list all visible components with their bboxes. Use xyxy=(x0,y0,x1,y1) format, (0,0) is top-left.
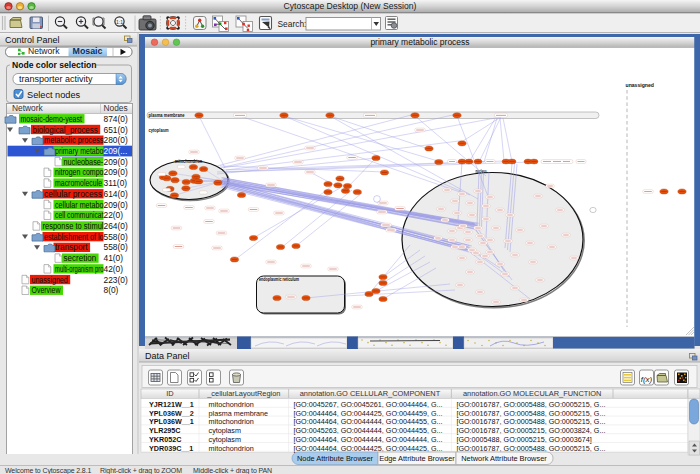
svg-text:_cellularLayoutRegion: _cellularLayoutRegion xyxy=(206,389,280,398)
svg-text:311(0): 311(0) xyxy=(104,178,128,188)
svg-text:209(0): 209(0) xyxy=(104,167,128,177)
svg-text:cytoplasm: cytoplasm xyxy=(149,127,169,133)
svg-text:Node color selection: Node color selection xyxy=(12,60,97,70)
svg-text:209(...: 209(... xyxy=(104,146,128,156)
svg-text:42(0): 42(0) xyxy=(104,264,124,274)
svg-text:41(0): 41(0) xyxy=(104,253,124,263)
svg-text:transport: transport xyxy=(55,242,88,252)
svg-text:biological_process: biological_process xyxy=(33,125,98,135)
svg-text:primary metabo: primary metabo xyxy=(55,146,104,156)
svg-text:874(0): 874(0) xyxy=(104,114,128,124)
svg-text:Network: Network xyxy=(12,103,44,113)
svg-text:Mosaic: Mosaic xyxy=(73,46,103,56)
svg-text:transporter activity: transporter activity xyxy=(19,74,93,84)
svg-text:Edge Attribute Browser: Edge Attribute Browser xyxy=(379,454,455,463)
svg-text:nucleus: nucleus xyxy=(476,168,487,174)
svg-text:secretion: secretion xyxy=(64,253,97,263)
svg-text:651(0): 651(0) xyxy=(104,125,128,135)
svg-text:558(0): 558(0) xyxy=(104,232,128,242)
svg-text:mosaic-demo-yeast: mosaic-demo-yeast xyxy=(21,114,83,124)
svg-text:Network: Network xyxy=(28,46,60,56)
svg-text:614(0): 614(0) xyxy=(104,189,128,199)
svg-text:Control Panel: Control Panel xyxy=(5,35,60,45)
svg-text:cellular metabo: cellular metabo xyxy=(55,200,104,210)
svg-text:8(0): 8(0) xyxy=(104,285,119,295)
svg-text:macromolecule: macromolecule xyxy=(55,178,102,188)
svg-text:multi-organism pro: multi-organism pro xyxy=(55,264,104,274)
svg-text:unassigned: unassigned xyxy=(626,82,655,88)
svg-text:Search:: Search: xyxy=(278,19,307,29)
svg-text:mitochondrion: mitochondrion xyxy=(175,158,203,164)
svg-text:f(x): f(x) xyxy=(641,375,653,384)
svg-text:264(0): 264(0) xyxy=(104,221,128,231)
svg-text:unassigned: unassigned xyxy=(32,275,68,285)
svg-text:annotation.GO CELLULAR_COMPONE: annotation.GO CELLULAR_COMPONENT xyxy=(300,389,441,398)
svg-text:223(0): 223(0) xyxy=(104,275,128,285)
svg-text:cellular process: cellular process xyxy=(44,189,102,199)
svg-text:Nodes: Nodes xyxy=(104,103,128,113)
svg-text:1:1: 1:1 xyxy=(116,19,123,25)
svg-text:558(0): 558(0) xyxy=(104,242,128,252)
svg-text:22(0): 22(0) xyxy=(104,210,124,220)
svg-text:establishment of lo: establishment of lo xyxy=(44,232,104,242)
svg-text:Node Attribute Browser: Node Attribute Browser xyxy=(297,454,374,463)
svg-text:ID: ID xyxy=(166,389,173,398)
svg-text:plasma membrane: plasma membrane xyxy=(149,112,185,118)
svg-text:Data Panel: Data Panel xyxy=(145,351,190,361)
svg-text:cell communicat: cell communicat xyxy=(55,210,104,220)
svg-text:nitrogen compo: nitrogen compo xyxy=(55,167,104,177)
svg-text:nucleobase-: nucleobase- xyxy=(64,157,104,167)
svg-text:response to stimul: response to stimul xyxy=(43,221,104,231)
svg-text:primary metabolic process: primary metabolic process xyxy=(370,37,469,47)
svg-text:Network Attribute Browser: Network Attribute Browser xyxy=(461,454,547,463)
svg-text:endoplasmic reticulum: endoplasmic reticulum xyxy=(259,276,299,282)
svg-text:Select nodes: Select nodes xyxy=(27,90,81,100)
svg-text:Overview: Overview xyxy=(32,285,62,295)
svg-text:209(0): 209(0) xyxy=(104,157,128,167)
svg-text:280(0): 280(0) xyxy=(104,135,128,145)
svg-text:annotation.GO MOLECULAR_FUNCTI: annotation.GO MOLECULAR_FUNCTION xyxy=(463,389,601,398)
svg-text:Cytoscape Desktop (New Session: Cytoscape Desktop (New Session) xyxy=(284,1,417,11)
svg-text:metabolic process: metabolic process xyxy=(44,135,104,145)
svg-text:209(0): 209(0) xyxy=(104,200,128,210)
